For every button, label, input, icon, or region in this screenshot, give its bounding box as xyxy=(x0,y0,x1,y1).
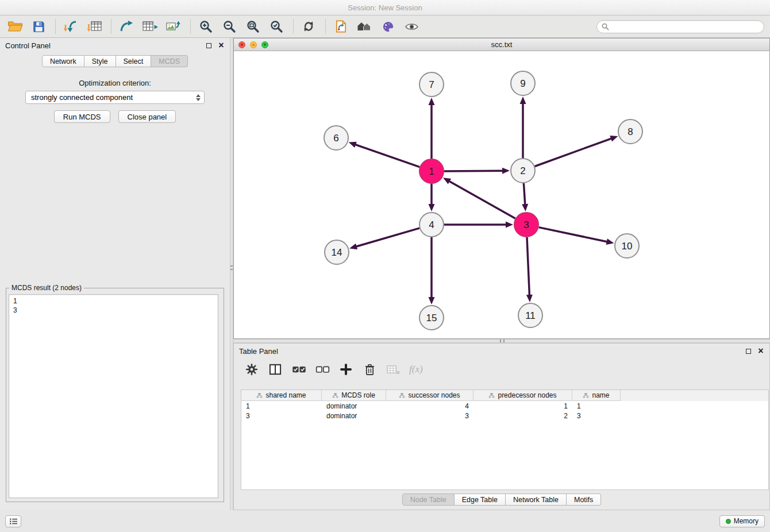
memory-status-icon xyxy=(726,519,731,524)
select-all-button[interactable] xyxy=(291,362,306,377)
graph-node-7[interactable]: 7 xyxy=(419,72,444,97)
close-panel-icon[interactable] xyxy=(757,347,764,355)
columns-icon xyxy=(269,364,282,375)
export-network-button[interactable] xyxy=(117,17,136,36)
graph-node-8[interactable]: 8 xyxy=(618,119,642,144)
sort-column-icon xyxy=(488,393,495,398)
table-settings-button[interactable] xyxy=(244,362,259,377)
export-network-icon xyxy=(119,20,134,33)
graph-node-1[interactable]: 1 xyxy=(419,159,444,183)
tab-edge-table[interactable]: Edge Table xyxy=(455,494,506,506)
sort-column-icon xyxy=(332,393,338,398)
graph-node-label: 2 xyxy=(520,165,525,176)
zoom-fit-button[interactable] xyxy=(244,17,262,36)
column-header-name[interactable]: name xyxy=(572,390,621,401)
traffic-lights xyxy=(234,41,268,48)
search-box[interactable] xyxy=(596,20,764,33)
tab-node-table[interactable]: Node Table xyxy=(402,494,455,506)
export-table-button[interactable] xyxy=(141,17,159,36)
memory-button[interactable]: Memory xyxy=(719,515,765,527)
graph-edge-arrowhead xyxy=(506,222,513,228)
open-file-button[interactable] xyxy=(6,17,24,36)
graph-node-3[interactable]: 3 xyxy=(514,213,538,237)
graph-edge-3-11[interactable] xyxy=(527,237,530,296)
graph-node-15[interactable]: 15 xyxy=(419,306,444,330)
graph-edge-2-3[interactable] xyxy=(523,183,525,206)
search-input[interactable] xyxy=(612,22,759,30)
graph-node-9[interactable]: 9 xyxy=(511,71,535,95)
horizontal-splitter[interactable] xyxy=(233,339,770,343)
graph-node-6[interactable]: 6 xyxy=(324,126,348,150)
tab-select[interactable]: Select xyxy=(116,55,152,67)
table-row[interactable]: 1dominator411 xyxy=(241,401,768,411)
column-header-successor-nodes[interactable]: successor nodes xyxy=(386,390,473,401)
function-builder-button[interactable]: f(x) xyxy=(409,362,423,377)
close-panel-button[interactable]: Close panel xyxy=(118,110,176,123)
delete-table-icon xyxy=(387,364,400,375)
tab-mcds[interactable]: MCDS xyxy=(151,55,188,67)
graph-edge-1-2[interactable] xyxy=(444,171,504,171)
column-visibility-button[interactable] xyxy=(268,362,283,377)
column-header-shared-name[interactable]: shared name xyxy=(241,390,322,401)
nested-networks-button[interactable] xyxy=(355,17,374,36)
network-canvas[interactable]: 7968124314101511 xyxy=(234,51,769,338)
graph-edge-3-10[interactable] xyxy=(539,228,609,242)
tab-network[interactable]: Network xyxy=(42,55,84,67)
close-window-icon[interactable] xyxy=(238,41,245,48)
column-header-predecessor-nodes[interactable]: predecessor nodes xyxy=(473,390,572,401)
float-panel-icon[interactable] xyxy=(206,43,211,48)
zoom-selected-button[interactable] xyxy=(267,17,286,36)
zoom-out-button[interactable] xyxy=(220,17,238,36)
tab-motifs[interactable]: Motifs xyxy=(567,494,601,506)
deselect-all-button[interactable] xyxy=(315,362,330,377)
tab-style[interactable]: Style xyxy=(84,55,116,67)
toolbar-separator xyxy=(190,19,191,34)
run-mcds-button[interactable]: Run MCDS xyxy=(54,110,110,123)
refresh-layout-button[interactable] xyxy=(299,17,318,36)
import-network-button[interactable] xyxy=(61,17,80,36)
graph-node-10[interactable]: 10 xyxy=(615,234,639,258)
destroy-table-button[interactable] xyxy=(386,362,401,377)
list-icon xyxy=(9,518,18,525)
graph-edge-3-1[interactable] xyxy=(448,180,515,218)
graph-node-11[interactable]: 11 xyxy=(518,303,542,327)
close-panel-icon[interactable] xyxy=(218,41,225,49)
graph-edge-1-6[interactable] xyxy=(354,144,419,167)
style-palette-button[interactable] xyxy=(379,17,397,36)
sort-column-icon xyxy=(256,393,263,398)
column-header-label: shared name xyxy=(265,391,306,399)
network-window-titlebar[interactable]: scc.txt xyxy=(234,38,769,51)
graph-edge-4-14[interactable] xyxy=(355,228,419,247)
mcds-result-list[interactable]: 13 xyxy=(9,294,218,498)
export-image-button[interactable] xyxy=(164,17,183,36)
save-session-button[interactable] xyxy=(29,17,48,36)
add-row-button[interactable] xyxy=(338,362,353,377)
maximize-window-icon[interactable] xyxy=(261,41,268,48)
toolbar-separator xyxy=(325,19,326,34)
zoom-in-button[interactable] xyxy=(197,17,215,36)
table-panel-header: Table Panel xyxy=(234,344,769,358)
graph-node-label: 6 xyxy=(333,133,338,144)
select-stepper-icon xyxy=(196,94,201,101)
table-body: 1dominator4113dominator323 xyxy=(241,401,768,421)
graph-node-2[interactable]: 2 xyxy=(511,159,535,183)
delete-row-button[interactable] xyxy=(362,362,377,377)
import-table-button[interactable] xyxy=(85,17,103,36)
float-panel-icon[interactable] xyxy=(746,349,751,354)
criterion-select[interactable]: strongly connected component xyxy=(25,91,205,104)
status-bar: Memory xyxy=(0,510,770,532)
tab-network-table[interactable]: Network Table xyxy=(506,494,567,506)
table-row[interactable]: 3dominator323 xyxy=(241,411,768,421)
graph-node-14[interactable]: 14 xyxy=(325,240,349,264)
import-style-button[interactable] xyxy=(332,17,350,36)
graph-node-4[interactable]: 4 xyxy=(419,213,444,237)
export-table-icon xyxy=(143,20,158,33)
graph-edge-2-8[interactable] xyxy=(535,138,613,166)
minimize-window-icon[interactable] xyxy=(250,41,257,48)
column-header-mcds-role[interactable]: MCDS role xyxy=(322,390,386,401)
import-network-icon xyxy=(63,20,78,33)
graphics-details-button[interactable] xyxy=(402,17,421,36)
panel-menu-button[interactable] xyxy=(5,515,21,527)
graph-node-label: 10 xyxy=(622,241,633,252)
graph-node-label: 3 xyxy=(523,219,529,230)
